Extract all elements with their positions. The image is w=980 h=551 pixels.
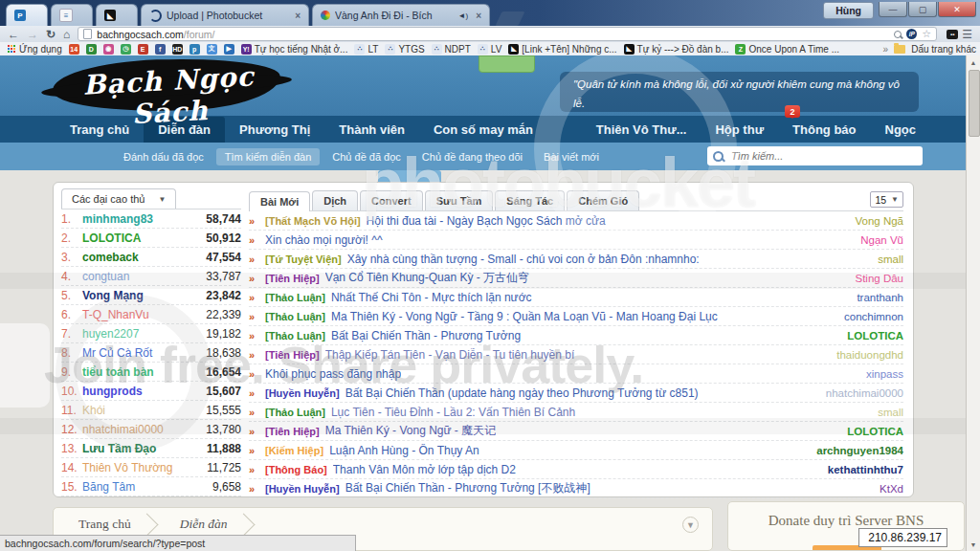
leaderboard-user-link[interactable]: Mr Củ Cà Rốt: [82, 346, 152, 360]
thread-author-link[interactable]: Sting Dâu: [845, 273, 903, 284]
subnav-watched-topics[interactable]: Chủ đề đang theo dõi: [413, 148, 531, 165]
thread-title-link[interactable]: Luận Anh Hùng - Ôn Thụy An: [329, 444, 479, 457]
leaderboard-user-link[interactable]: nhatchimai0000: [82, 423, 164, 436]
bookmark-item[interactable]: ◉: [103, 44, 114, 55]
thread-prefix[interactable]: [Thảo Luận]: [265, 407, 325, 418]
bookmark-item[interactable]: HD: [172, 44, 183, 55]
pinned-tab-flag[interactable]: ◣: [96, 4, 138, 26]
thread-prefix[interactable]: [Thảo Luận]: [265, 311, 325, 322]
leaderboard-user-link[interactable]: Băng Tâm: [82, 480, 135, 494]
other-bookmarks-label[interactable]: Dấu trang khác: [911, 44, 976, 55]
extension-icon[interactable]: ▪▪: [947, 30, 958, 39]
breadcrumb-home[interactable]: Trang chủ: [54, 517, 146, 532]
bookmark-item[interactable]: f: [155, 44, 166, 55]
bookmark-item[interactable]: ZOnce Upon A Time ...: [735, 44, 839, 55]
goto-last-post-icon[interactable]: »: [249, 483, 265, 495]
bookmark-item[interactable]: D: [86, 44, 97, 55]
search-input[interactable]: [729, 149, 896, 163]
thread-author-link[interactable]: LOLOTICA: [837, 330, 903, 342]
thread-title-link[interactable]: Xây nhà cùng thần tượng - Small - chú vo…: [347, 253, 700, 266]
subnav-read-topics[interactable]: Chủ đề đã đọc: [323, 148, 410, 165]
thread-title-link[interactable]: Vạn Cổ Tiên Khung-Quan Kỳ - 万古仙穹: [325, 270, 529, 286]
home-button[interactable]: ⌂: [63, 28, 70, 41]
goto-last-post-icon[interactable]: »: [249, 292, 265, 303]
subnav-mark-read[interactable]: Đánh dấu đã đọc: [115, 148, 212, 165]
thread-author-link[interactable]: small: [868, 407, 903, 418]
leaderboard-user-link[interactable]: Thiên Vô Thường: [82, 461, 172, 474]
thread-title-link[interactable]: Hội thi đua tài - Ngày Bạch Ngọc Sách mở…: [367, 214, 606, 228]
bookmark-item[interactable]: ∴YTGS: [385, 44, 424, 55]
nav-item-lucky-number[interactable]: Con số may mắn: [419, 117, 547, 143]
leaderboard-user-link[interactable]: huyen2207: [82, 327, 139, 341]
thread-author-link[interactable]: Ngạn Vũ: [851, 234, 903, 246]
thread-prefix[interactable]: [Thảo Luận]: [265, 330, 325, 342]
thread-author-link[interactable]: tranthanh: [847, 292, 903, 303]
thread-author-link[interactable]: thaiduongdhd: [827, 349, 903, 361]
new-tab-button[interactable]: [496, 11, 525, 26]
thread-title-link[interactable]: Thập Kiếp Tán Tiên - Vạn Diễn - Tu tiên …: [325, 348, 575, 362]
thread-title-link[interactable]: Nhất Thế Chi Tôn - Mực thích lặn nước: [331, 291, 532, 304]
chrome-menu-icon[interactable]: ☰: [962, 28, 972, 41]
thread-author-link[interactable]: kethattinhthu7: [818, 464, 903, 475]
thread-prefix[interactable]: [Thông Báo]: [265, 464, 327, 475]
tab-music[interactable]: Vàng Anh Đi Đi - Bích ◄) ×: [312, 4, 490, 26]
bookmark-star-icon[interactable]: ☆: [922, 28, 931, 40]
tab-original[interactable]: Sáng Tác: [495, 190, 565, 210]
thread-title-link[interactable]: Lục Tiên - Tiêu Đỉnh - Lầu 2: Vấn Thiên …: [331, 406, 575, 419]
goto-last-post-icon[interactable]: »: [249, 253, 265, 265]
thread-author-link[interactable]: KtXd: [870, 483, 903, 495]
refresh-button[interactable]: ↻: [46, 28, 56, 41]
nav-item-inbox[interactable]: Hộp thư: [701, 117, 778, 143]
goto-last-post-icon[interactable]: »: [249, 234, 265, 246]
thread-author-link[interactable]: Vong Ngã: [845, 215, 903, 227]
leaderboard-user-link[interactable]: tiểu toán bàn: [82, 365, 154, 379]
ip-extension-icon[interactable]: iP: [906, 29, 917, 39]
window-minimize-button[interactable]: —: [879, 2, 907, 17]
nav-item-members[interactable]: Thành viên: [324, 117, 419, 143]
bookmark-item[interactable]: 14: [69, 44, 79, 55]
bookmark-item[interactable]: ◣[Link +Tên] Những c...: [508, 44, 616, 55]
bookmark-item[interactable]: ▶: [224, 44, 234, 55]
thread-prefix[interactable]: [Tiên Hiệp]: [265, 273, 320, 284]
nav-item-username[interactable]: Thiên Vô Thư...: [582, 117, 702, 143]
leaderboard-user-link[interactable]: congtuan: [82, 270, 129, 283]
zoom-icon[interactable]: [894, 31, 902, 38]
leaderboard-user-link[interactable]: minhmang83: [82, 212, 153, 226]
nav-item-ngoc[interactable]: Ngọc: [871, 117, 931, 143]
thread-prefix[interactable]: [Tiên Hiệp]: [265, 349, 320, 361]
site-logo[interactable]: Bạch Ngọc Sách: [57, 59, 280, 134]
thread-author-link[interactable]: nhatchimai0000: [816, 387, 903, 399]
tab-new-posts[interactable]: Bài Mới: [249, 191, 310, 211]
bookmark-item[interactable]: p: [189, 44, 200, 55]
bookmark-item[interactable]: ∴LV: [478, 44, 502, 55]
window-close-button[interactable]: ✕: [938, 2, 976, 17]
tab-close-icon[interactable]: ×: [476, 11, 481, 21]
subnav-new-posts[interactable]: Bài viết mới: [535, 148, 608, 165]
subnav-search-forum[interactable]: Tìm kiếm diễn đàn: [216, 148, 320, 165]
thread-author-link[interactable]: conchimnon: [835, 311, 903, 322]
bookmark-item[interactable]: Y!Tự học tiếng Nhật ở...: [241, 44, 348, 55]
leaderboard-user-link[interactable]: T-Q_NhanVu: [82, 308, 149, 321]
site-search-box[interactable]: [707, 146, 923, 165]
thread-prefix[interactable]: [Kiếm Hiệp]: [265, 445, 323, 456]
tab-convert[interactable]: Convert: [360, 190, 423, 210]
goto-last-post-icon[interactable]: »: [249, 311, 265, 322]
goto-last-post-icon[interactable]: »: [249, 426, 265, 437]
leaderboard-user-link[interactable]: Lưu Tầm Đạo: [82, 442, 156, 455]
per-page-select[interactable]: 15 ▼: [870, 191, 903, 208]
scrollbar-thumb[interactable]: [969, 70, 980, 137]
bookmark-item[interactable]: ∴LT: [354, 44, 378, 55]
vertical-scrollbar[interactable]: ▲ ▼: [966, 55, 980, 551]
goto-last-post-icon[interactable]: »: [249, 349, 265, 361]
bookmark-item[interactable]: ◣Tự kỷ ---> Đồ đàn b...: [624, 44, 729, 55]
thread-prefix[interactable]: [Thảo Luận]: [265, 292, 325, 303]
goto-last-post-icon[interactable]: »: [249, 387, 265, 399]
leaderboard-user-link[interactable]: Vong Mạng: [82, 289, 144, 302]
tab-close-icon[interactable]: ×: [295, 11, 301, 21]
thread-title-link[interactable]: Ma Thiên Ký - Vong Ngữ - 魔天记: [325, 423, 497, 439]
goto-last-post-icon[interactable]: »: [249, 407, 265, 418]
thread-prefix[interactable]: [Huyền Huyễn]: [265, 387, 340, 399]
goto-last-post-icon[interactable]: »: [249, 464, 265, 475]
tab-collected[interactable]: Sưu Tầm: [425, 190, 494, 210]
forward-button[interactable]: →: [27, 28, 38, 41]
